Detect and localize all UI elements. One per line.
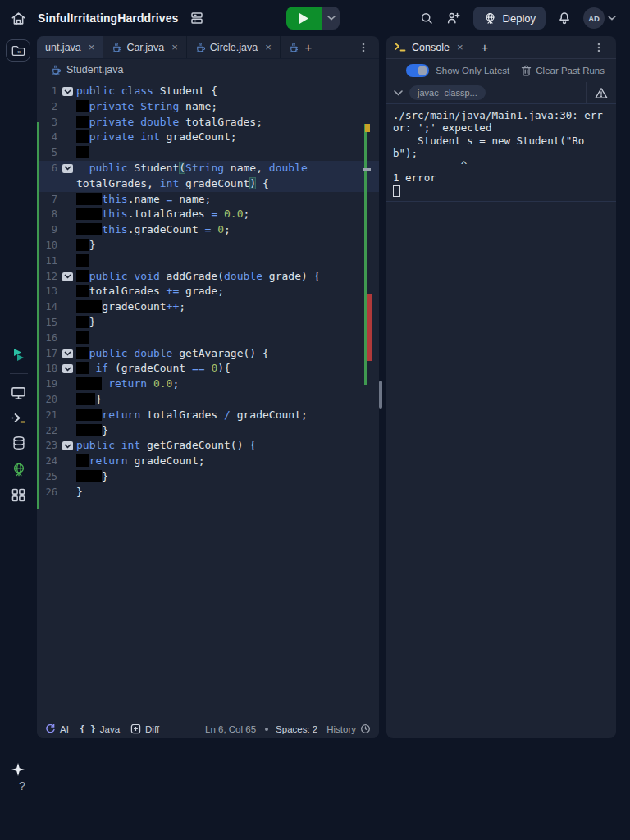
- fold-chevron-icon[interactable]: [62, 349, 73, 358]
- gutter[interactable]: 22: [37, 423, 76, 439]
- code-line-2[interactable]: 2 private String name;: [37, 99, 379, 115]
- gutter[interactable]: 24: [37, 454, 76, 469]
- code-line-11[interactable]: 11: [37, 253, 379, 269]
- shell-tool-button[interactable]: [11, 412, 25, 424]
- gutter[interactable]: 9: [37, 222, 76, 238]
- code-editor[interactable]: 1public class Student {2 private String …: [37, 80, 379, 724]
- gutter[interactable]: 10: [37, 238, 76, 253]
- code-line-13[interactable]: 13 totalGrades += grade;: [37, 284, 379, 299]
- gutter[interactable]: 25: [37, 469, 76, 485]
- breadcrumb[interactable]: Student.java: [37, 59, 379, 80]
- code-line-22[interactable]: 22 }: [37, 423, 379, 439]
- gutter[interactable]: 8: [37, 207, 76, 222]
- run-button[interactable]: [286, 7, 322, 30]
- console-close-icon[interactable]: ×: [457, 41, 463, 53]
- editor-tab-unt-java[interactable]: unt.java×: [37, 36, 103, 58]
- gutter[interactable]: 2: [37, 99, 76, 115]
- add-console-tab-button[interactable]: +: [476, 39, 493, 55]
- gutter[interactable]: 16: [37, 331, 76, 346]
- console-output[interactable]: ./src/main/java/Main1.java:30: error: ';…: [386, 104, 616, 202]
- code-line-12[interactable]: 12 public void addGrade(double grade) {: [37, 269, 379, 285]
- ai-status-item[interactable]: AI: [45, 724, 69, 734]
- code-line-7[interactable]: 7 this.name = name;: [37, 192, 379, 208]
- code-line-20[interactable]: 20 }: [37, 392, 379, 408]
- code-line-16[interactable]: 16: [37, 331, 379, 346]
- spaces-setting[interactable]: Spaces: 2: [265, 724, 317, 734]
- code-line-1[interactable]: 1public class Student {: [37, 84, 379, 99]
- gutter[interactable]: 7: [37, 192, 76, 208]
- panel-resize-handle[interactable]: [379, 381, 382, 409]
- storage-button[interactable]: [189, 11, 204, 25]
- editor-tab-car-java[interactable]: Car.java×: [103, 36, 186, 58]
- diff-status-item[interactable]: Diff: [130, 724, 159, 734]
- gutter[interactable]: 18: [37, 361, 76, 377]
- code-line-10[interactable]: 10 }: [37, 238, 379, 253]
- clear-past-runs-button[interactable]: Clear Past Runs: [516, 64, 609, 77]
- account-menu[interactable]: AD: [583, 7, 616, 29]
- code-line-3[interactable]: 3 private double totalGrades;: [37, 115, 379, 130]
- gutter[interactable]: 11: [37, 253, 76, 269]
- code-line-9[interactable]: 9 this.gradeCount = 0;: [37, 222, 379, 238]
- fold-chevron-icon[interactable]: [62, 164, 73, 173]
- code-line-8[interactable]: 8 this.totalGrades = 0.0;: [37, 207, 379, 222]
- assistant-sparkle-icon[interactable]: [11, 762, 25, 777]
- gutter[interactable]: 13: [37, 284, 76, 299]
- fold-chevron-icon[interactable]: [62, 441, 73, 450]
- show-only-latest-toggle[interactable]: [406, 64, 429, 77]
- code-line-15[interactable]: 15 }: [37, 315, 379, 331]
- gutter[interactable]: 17: [37, 346, 76, 362]
- gutter[interactable]: 1: [37, 84, 76, 99]
- console-tab[interactable]: Console ×: [395, 41, 463, 53]
- language-status-item[interactable]: { } Java: [80, 724, 120, 734]
- cursor-position[interactable]: Ln 6, Col 65: [205, 724, 256, 734]
- gutter[interactable]: 21: [37, 408, 76, 423]
- fold-chevron-icon[interactable]: [62, 364, 73, 373]
- gutter[interactable]: 3: [37, 115, 76, 130]
- gutter[interactable]: 19: [37, 377, 76, 392]
- code-line-24[interactable]: 24 return gradeCount;: [37, 454, 379, 469]
- code-line-21[interactable]: 21 return totalGrades / gradeCount;: [37, 408, 379, 423]
- code-line-17[interactable]: 17 public double getAvarage() {: [37, 346, 379, 362]
- run-options-button[interactable]: [322, 7, 340, 30]
- command-pill[interactable]: javac -classp...: [409, 85, 486, 100]
- editor-tab-inventor[interactable]: Inventor: [281, 36, 298, 58]
- extensions-tool-button[interactable]: [11, 488, 25, 502]
- code-line-26[interactable]: 26}: [37, 485, 379, 500]
- warnings-button[interactable]: [586, 82, 616, 103]
- agent-tool-button[interactable]: [11, 348, 26, 362]
- notifications-button[interactable]: [557, 11, 572, 25]
- gutter[interactable]: 15: [37, 315, 76, 331]
- code-line-6[interactable]: 6 public Student(String name, double tot…: [37, 161, 379, 192]
- tab-options-button[interactable]: [353, 36, 374, 58]
- fold-chevron-icon[interactable]: [62, 272, 73, 281]
- gutter[interactable]: 26: [37, 485, 76, 500]
- code-line-5[interactable]: 5: [37, 145, 379, 161]
- add-tab-button[interactable]: +: [298, 36, 319, 58]
- deployments-tool-button[interactable]: [11, 462, 26, 477]
- code-line-4[interactable]: 4 private int gradeCount;: [37, 130, 379, 145]
- history-button[interactable]: History: [326, 724, 371, 734]
- deploy-button[interactable]: Deploy: [473, 7, 546, 30]
- search-button[interactable]: [419, 11, 434, 25]
- tab-close-icon[interactable]: ×: [171, 42, 178, 52]
- gutter[interactable]: 5: [37, 145, 76, 161]
- gutter[interactable]: 6: [37, 161, 76, 192]
- code-line-18[interactable]: 18 if (gradeCount == 0){: [37, 361, 379, 377]
- database-tool-button[interactable]: [11, 436, 26, 450]
- gutter[interactable]: 12: [37, 269, 76, 285]
- code-line-14[interactable]: 14 gradeCount++;: [37, 299, 379, 315]
- code-line-23[interactable]: 23public int getGradeCount() {: [37, 438, 379, 454]
- home-button[interactable]: [11, 11, 26, 26]
- collapse-run-button[interactable]: [386, 90, 409, 96]
- code-line-25[interactable]: 25 }: [37, 469, 379, 485]
- invite-button[interactable]: [445, 11, 462, 25]
- tab-close-icon[interactable]: ×: [89, 42, 95, 52]
- gutter[interactable]: 23: [37, 438, 76, 454]
- webview-tool-button[interactable]: [11, 386, 26, 400]
- tab-close-icon[interactable]: ×: [265, 42, 272, 52]
- code-line-19[interactable]: 19 return 0.0;: [37, 377, 379, 392]
- show-sidebar-button[interactable]: »: [6, 39, 30, 62]
- gutter[interactable]: 14: [37, 299, 76, 315]
- fold-chevron-icon[interactable]: [62, 87, 73, 96]
- editor-tab-circle-java[interactable]: Circle.java×: [187, 36, 281, 58]
